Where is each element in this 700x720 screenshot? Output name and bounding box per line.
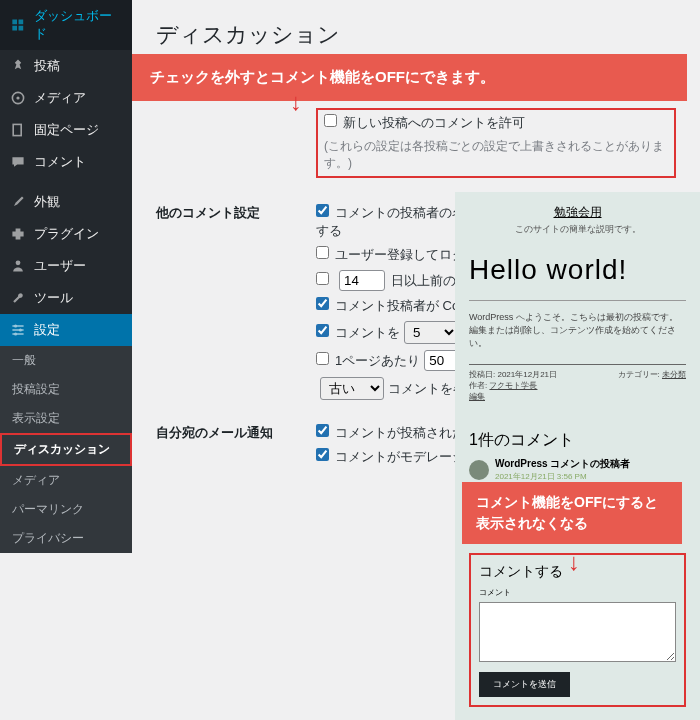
comment-item: WordPress コメントの投稿者 2021年12月21日 3:56 PM — [469, 457, 686, 482]
meta-cat-label: カテゴリー: — [618, 370, 660, 379]
comment-textarea-label: コメント — [479, 587, 676, 598]
allow-comments-checkbox[interactable] — [324, 114, 337, 127]
svg-point-4 — [14, 324, 17, 327]
require-login-checkbox[interactable] — [316, 246, 329, 259]
page-icon — [10, 122, 26, 138]
svg-point-1 — [16, 96, 19, 99]
close-old-checkbox[interactable] — [316, 272, 329, 285]
mail-moderation-checkbox[interactable] — [316, 448, 329, 461]
pin-icon — [10, 58, 26, 74]
menu-label: 設定 — [34, 321, 60, 339]
commenter-name[interactable]: WordPress コメントの投稿者 — [495, 457, 630, 471]
meta-date: 2021年12月21日 — [497, 370, 557, 379]
post-meta: 投稿日: 2021年12月21日 作者: フクモト学長 編集 カテゴリー: 未分… — [469, 364, 686, 402]
frontend-preview: 勉強会用 このサイトの簡単な説明です。 Hello world! WordPre… — [455, 192, 700, 720]
comments-heading: 1件のコメント — [469, 430, 686, 451]
menu-label: 外観 — [34, 193, 60, 211]
avatar — [469, 460, 489, 480]
meta-cat[interactable]: 未分類 — [662, 370, 686, 379]
edit-link[interactable]: 編集 — [469, 392, 485, 401]
menu-posts[interactable]: 投稿 — [0, 50, 132, 82]
wrench-icon — [10, 290, 26, 306]
menu-plugins[interactable]: プラグイン — [0, 218, 132, 250]
paginate-checkbox[interactable] — [316, 352, 329, 365]
menu-label: ユーザー — [34, 257, 86, 275]
submenu-privacy[interactable]: プライバシー — [0, 524, 132, 553]
comment-form-highlight: コメントする コメント コメントを送信 — [469, 553, 686, 707]
meta-author-label: 作者: — [469, 381, 487, 390]
admin-sidebar: ダッシュボード 投稿 メディア 固定ページ コメント 外観 プラグイン ユーザー… — [0, 0, 132, 425]
submenu-permalink[interactable]: パーマリンク — [0, 495, 132, 524]
submenu-discussion[interactable]: ディスカッション — [0, 433, 132, 466]
svg-point-3 — [16, 260, 21, 265]
callout-hidden: コメント機能をOFFにすると表示されなくなる — [462, 482, 682, 544]
post-excerpt: WordPress へようこそ。こちらは最初の投稿です。編集または削除し、コンテ… — [469, 311, 686, 350]
sort-select[interactable]: 古い — [320, 377, 384, 400]
user-icon — [10, 258, 26, 274]
menu-label: プラグイン — [34, 225, 99, 243]
meta-date-label: 投稿日: — [469, 370, 495, 379]
comment-icon — [10, 154, 26, 170]
submenu-general[interactable]: 一般 — [0, 346, 132, 375]
mail-label: 自分宛のメール通知 — [156, 424, 316, 472]
submit-comment-button[interactable]: コメントを送信 — [479, 672, 570, 697]
arrow-down-icon: ↓ — [290, 88, 302, 116]
other-label: 他のコメント設定 — [156, 204, 316, 406]
sliders-icon — [10, 322, 26, 338]
cookie-checkbox[interactable] — [316, 297, 329, 310]
post-title[interactable]: Hello world! — [469, 254, 686, 301]
menu-media[interactable]: メディア — [0, 82, 132, 114]
menu-comments[interactable]: コメント — [0, 146, 132, 178]
arrow-down-icon: ↓ — [568, 548, 580, 576]
media-icon — [10, 90, 26, 106]
menu-settings[interactable]: 設定 — [0, 314, 132, 346]
site-name[interactable]: 勉強会用 — [469, 204, 686, 221]
brush-icon — [10, 194, 26, 210]
callout-turn-off: チェックを外すとコメント機能をOFFにできます。 — [132, 54, 687, 101]
levels-select[interactable]: 5 — [404, 321, 458, 344]
site-tagline: このサイトの簡単な説明です。 — [469, 223, 686, 236]
opt-label: 1ページあたり — [335, 353, 420, 368]
menu-label: メディア — [34, 89, 86, 107]
opt-allow-comments[interactable]: 新しい投稿へのコメントを許可 — [324, 114, 668, 132]
menu-appearance[interactable]: 外観 — [0, 186, 132, 218]
opt-label: 新しい投稿へのコメントを許可 — [343, 115, 525, 130]
svg-rect-2 — [13, 124, 21, 135]
menu-tools[interactable]: ツール — [0, 282, 132, 314]
page-title: ディスカッション — [156, 20, 676, 50]
days-input[interactable] — [339, 270, 385, 291]
dashboard-icon — [10, 17, 26, 33]
meta-author[interactable]: フクモト学長 — [489, 381, 537, 390]
highlight-allow-comments: 新しい投稿へのコメントを許可 (これらの設定は各投稿ごとの設定で上書きされること… — [316, 108, 676, 178]
svg-point-5 — [19, 328, 22, 331]
menu-label: ツール — [34, 289, 73, 307]
submenu-writing[interactable]: 投稿設定 — [0, 375, 132, 404]
menu-pages[interactable]: 固定ページ — [0, 114, 132, 146]
menu-label: 投稿 — [34, 57, 60, 75]
settings-submenu: 一般 投稿設定 表示設定 ディスカッション メディア パーマリンク プライバシー — [0, 346, 132, 553]
hint-override: (これらの設定は各投稿ごとの設定で上書きされることがあります。) — [324, 138, 668, 172]
submenu-media[interactable]: メディア — [0, 466, 132, 495]
menu-label: ダッシュボード — [34, 7, 122, 43]
svg-point-6 — [14, 332, 17, 335]
threaded-checkbox[interactable] — [316, 324, 329, 337]
mail-posted-checkbox[interactable] — [316, 424, 329, 437]
require-name-checkbox[interactable] — [316, 204, 329, 217]
plugin-icon — [10, 226, 26, 242]
menu-label: 固定ページ — [34, 121, 99, 139]
submenu-reading[interactable]: 表示設定 — [0, 404, 132, 433]
opt-label: コメントを — [335, 325, 400, 340]
comment-date: 2021年12月21日 3:56 PM — [495, 471, 630, 482]
comment-textarea[interactable] — [479, 602, 676, 662]
menu-users[interactable]: ユーザー — [0, 250, 132, 282]
menu-label: コメント — [34, 153, 86, 171]
menu-dashboard[interactable]: ダッシュボード — [0, 0, 132, 50]
